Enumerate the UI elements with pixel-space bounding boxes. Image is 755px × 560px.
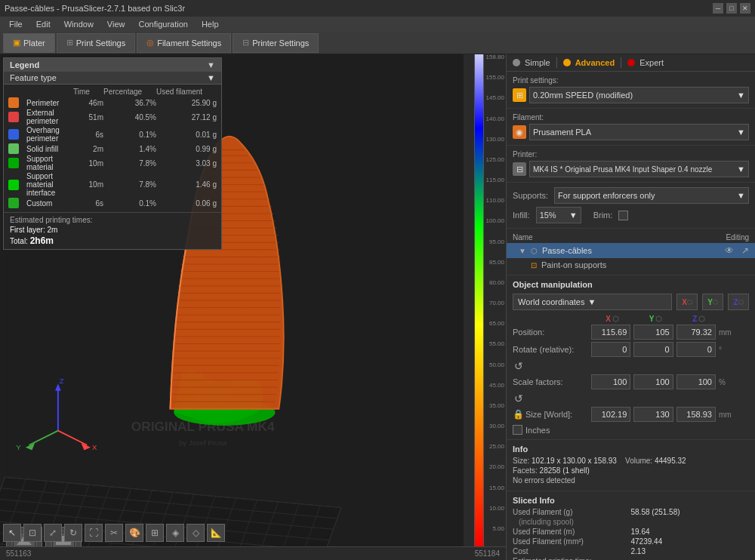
ruler-tick: 45.00 [489,383,504,389]
tree-item-passe-cables[interactable]: ▼ ⬡ Passe-câbles 👁 ↗ [507,243,755,258]
menu-bar: File Edit Window View Configuration Help [0,17,755,32]
advanced-mode-button[interactable]: Advanced [575,58,615,67]
minimize-button[interactable]: ─ [713,3,723,14]
toolbar: ▣ Plater ⊞ Print Settings ◎ Filament Set… [0,32,755,54]
legend-row-time: 46m [73,99,103,107]
rotate-y-input[interactable] [633,342,673,357]
position-unit: mm [719,328,749,337]
supports-dropdown[interactable]: For support enforcers only ▼ [554,187,749,204]
lock-icon[interactable]: 🔒 [513,409,524,420]
filament-label: Filament: [513,113,749,122]
legend-row-filament: 3.03 g [156,159,217,168]
tool-support[interactable]: ⊞ [146,524,164,542]
menu-help[interactable]: Help [196,18,225,30]
supports-section: Supports: For support enforcers only ▼ I… [507,183,755,229]
legend-collapse-icon[interactable]: ▼ [207,60,215,69]
printer-dropdown-arrow-icon: ▼ [737,165,745,174]
maximize-button[interactable]: □ [726,3,737,14]
rotate-reset-icon[interactable]: ↺ [514,360,588,372]
tool-rotate[interactable]: ↻ [64,524,82,542]
filament-dropdown[interactable]: Prusament PLA ▼ [529,124,749,140]
legend-row-pct: 0.1% [103,199,156,208]
tree-edit-icon[interactable]: ↗ [741,245,749,256]
info-volume-value: 44495.32 [655,457,686,465]
legend-panel: Legend ▼ Feature type ▼ Time Percentage … [3,57,222,250]
legend-row-pct: 7.8% [103,159,156,168]
brim-checkbox[interactable] [618,211,628,220]
menu-configuration[interactable]: Configuration [132,18,193,30]
menu-edit[interactable]: Edit [30,18,57,30]
x-col-label: X ⬡ [592,315,633,323]
legend-header: Legend ▼ [4,58,221,72]
menu-window[interactable]: Window [58,18,100,30]
sliced-filament-g-row: Used Filament (g) 58.58 (251.58) [513,508,749,516]
tab-plater[interactable]: ▣ Plater [3,33,55,53]
window-title: Passe-câbles - PrusaSlicer-2.7.1 based o… [5,4,185,13]
scale-z-input[interactable] [676,374,716,389]
legend-title: Legend [10,60,39,69]
viewport-area[interactable]: Legend ▼ Feature type ▼ Time Percentage … [0,54,506,560]
info-title: Info [513,445,749,454]
simple-mode-button[interactable]: Simple [525,58,550,67]
ruler-tick: 158.80 [486,54,504,60]
legend-color-swatch [8,143,19,154]
legend-row-time: 10m [73,159,103,168]
scale-reset-icon[interactable]: ↺ [514,392,588,405]
tool-scale[interactable]: ⛶ [85,524,103,542]
scale-unit: % [719,378,749,386]
expert-mode-button[interactable]: Expert [639,58,664,67]
tab-printer-settings[interactable]: ⊟ Printer Settings [233,33,319,53]
legend-dropdown[interactable]: Feature type ▼ [4,72,221,85]
tool-measure[interactable]: 📐 [207,524,225,542]
tree-eye-icon[interactable]: 👁 [725,245,734,256]
position-y-input[interactable] [633,325,673,340]
printer-dropdown[interactable]: MK4 IS * Original Prusa MK4 Input Shaper… [529,161,749,177]
tool-arrow[interactable]: ↖ [3,524,21,542]
size-z-input[interactable] [676,407,716,422]
position-x-input[interactable] [591,325,630,340]
menu-view[interactable]: View [101,18,131,30]
tool-cut[interactable]: ✂ [105,524,123,542]
position-row: Position: mm [513,325,749,340]
ruler-tick: 85.00 [489,260,504,266]
size-x-input[interactable] [591,407,630,422]
tool-3d[interactable]: ◇ [186,524,205,542]
manipulation-title: Object manipulation [513,280,749,289]
ruler-tick: 140.00 [486,116,504,122]
ruler-tick: 125.00 [486,157,504,163]
sliced-filament-g-value: 58.58 (251.58) [631,508,750,516]
close-button[interactable]: ✕ [740,3,750,14]
tree-sub-paint-on-supports[interactable]: ⊡ Paint-on supports [507,258,755,272]
ruler-tick: 100.00 [486,218,504,224]
scale-y-input[interactable] [633,374,673,389]
size-y-input[interactable] [633,407,673,422]
coord-dropdown-arrow-icon: ▼ [587,297,596,306]
rotate-z-input[interactable] [676,342,716,357]
scale-x-input[interactable] [591,374,630,389]
z-coord-btn[interactable]: Z⬡ [728,294,749,310]
scale-label: Scale factors: [513,377,588,386]
tab-print-settings[interactable]: ⊞ Print Settings [57,33,135,53]
position-z-input[interactable] [676,325,716,340]
inches-checkbox[interactable] [513,425,522,435]
ruler-tick: 30.00 [489,423,504,429]
infill-dropdown[interactable]: 15% ▼ [536,207,581,223]
menu-file[interactable]: File [3,18,29,30]
x-coord-btn[interactable]: X⬡ [676,294,698,310]
tab-filament-settings[interactable]: ◎ Filament Settings [137,33,231,53]
position-label: Position: [513,328,588,337]
y-coord-btn[interactable]: Y⬡ [702,294,723,310]
legend-row-time: 2m [73,145,103,153]
tool-seam[interactable]: ◈ [166,524,184,542]
print-profile-dropdown[interactable]: 0.20mm SPEED (modified) ▼ [529,87,749,103]
object-tree: Name Editing ▼ ⬡ Passe-câbles 👁 ↗ ⊡ Pain… [507,229,755,275]
coord-system-dropdown[interactable]: World coordinates ▼ [513,294,672,310]
rotate-x-input[interactable] [591,342,630,357]
tool-object[interactable]: ⊡ [23,524,42,542]
ruler-tick: 5.00 [492,526,504,532]
tool-move[interactable]: ⤢ [44,524,62,542]
info-size-line: Size: 102.19 x 130.00 x 158.93 Volume: 4… [513,457,749,465]
ruler-tick: 115.00 [486,177,504,183]
tool-paint[interactable]: 🎨 [125,524,143,542]
svg-text:by Josef Prusa: by Josef Prusa [179,438,227,447]
